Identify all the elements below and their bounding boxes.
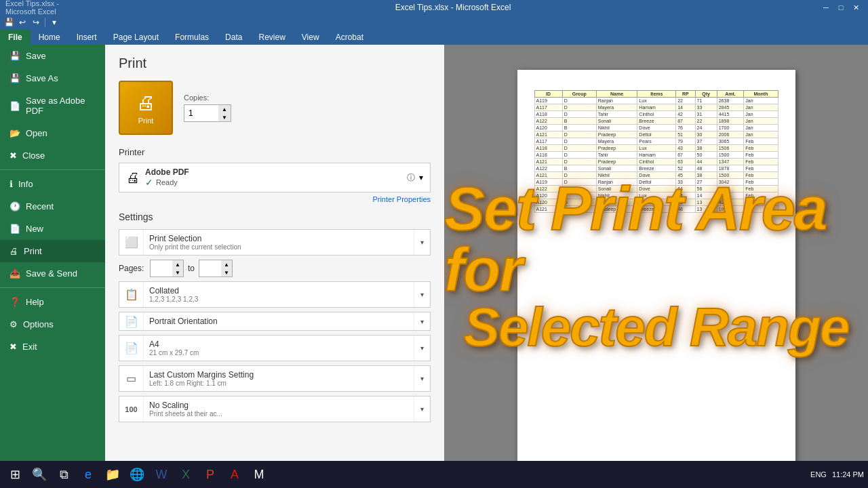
minimize-button[interactable]: ─ [819,2,833,13]
save-quick-btn[interactable]: 💾 [3,16,15,28]
sidebar-item-open[interactable]: 📂 Open [0,122,105,144]
sidebar-item-print[interactable]: 🖨 Print [0,240,105,262]
ppt-taskbar-btn[interactable]: P [199,464,221,485]
tab-data[interactable]: Data [217,30,250,45]
pages-to-spinner: ▲ ▼ [221,260,232,277]
undo-quick-btn[interactable]: ↩ [16,16,28,28]
scaling-arrow: ▾ [414,396,430,422]
tab-insert[interactable]: Insert [68,30,105,45]
margins-sub: Left: 1.8 cm Right: 1.1 cm [149,380,408,387]
sidebar-item-save-as[interactable]: 💾 Save As [0,67,105,89]
pages-label: Pages: [119,264,146,273]
pages-to-input[interactable] [199,262,221,274]
paper-dims-label: 21 cm x 29.7 cm [149,349,408,357]
exit-icon: ✖ [9,342,17,352]
tab-review[interactable]: Review [250,30,293,45]
backstage-sidebar: 💾 Save 💾 Save As 📄 Save as Adobe PDF 📂 O… [0,45,105,488]
pages-from-input[interactable] [151,262,172,274]
window-title: Excel Tips.xlsx - Microsoft Excel [87,3,819,12]
search-taskbar-btn[interactable]: 🔍 [28,464,50,485]
sidebar-item-options[interactable]: ⚙ Options [0,313,105,336]
tab-home[interactable]: Home [31,30,68,45]
margins-icon: ▭ [119,366,144,391]
ie-taskbar-btn[interactable]: e [77,464,99,485]
collated-setting[interactable]: 📋 Collated 1,2,3 1,2,3 1,2,3 ▾ [119,281,431,308]
print-preview-area: IDGroupNameItemsRPQtyAmt.Month A119DRanj… [444,45,868,488]
status-checkmark: ✓ [145,177,153,188]
margins-label: Last Custom Margins Setting [149,370,408,380]
printer-dropdown-arrow: ▾ [419,173,423,182]
printer-selector[interactable]: 🖨 Adobe PDF ✓ Ready ⓘ ▾ [119,163,431,192]
sidebar-label-recent: Recent [26,201,54,211]
sidebar-label-exit: Exit [22,342,37,352]
sidebar-label-help: Help [26,297,44,307]
print-selection-setting[interactable]: ⬜ Print Selection Only print the current… [119,229,431,256]
scaling-sub: Print sheets at their ac... [149,410,408,418]
collated-text: Collated 1,2,3 1,2,3 1,2,3 [144,282,414,307]
copies-up-btn[interactable]: ▲ [218,105,231,113]
maximize-button[interactable]: □ [834,2,848,13]
customize-quick-btn[interactable]: ▾ [48,16,60,28]
tab-acrobat[interactable]: Acrobat [328,30,372,45]
pages-to-wrap: ▲ ▼ [199,260,233,277]
sidebar-item-close[interactable]: ✖ Close [0,144,105,167]
sidebar-item-help[interactable]: ❓ Help [0,291,105,313]
print-big-button[interactable]: 🖨 Print [119,81,173,135]
start-button[interactable]: ⊞ [4,464,26,485]
word-taskbar-btn[interactable]: W [151,464,172,485]
qa-separator [45,18,45,27]
extra-taskbar-btn[interactable]: M [248,464,270,485]
print-selection-label: Print Selection [149,234,408,243]
pages-from-wrap: ▲ ▼ [150,260,184,277]
sidebar-label-save-as: Save As [26,73,58,83]
pages-to-down[interactable]: ▼ [221,268,232,277]
tab-formulas[interactable]: Formulas [167,30,217,45]
sidebar-item-save[interactable]: 💾 Save [0,45,105,67]
task-view-btn[interactable]: ⧉ [53,464,75,485]
redo-quick-btn[interactable]: ↪ [30,16,42,28]
sidebar-item-recent[interactable]: 🕐 Recent [0,195,105,218]
acrobat-taskbar-btn[interactable]: A [224,464,245,485]
sidebar-item-new[interactable]: 📄 New [0,218,105,240]
pages-to-up[interactable]: ▲ [221,260,232,268]
chrome-taskbar-btn[interactable]: 🌐 [126,464,148,485]
sidebar-item-exit[interactable]: ✖ Exit [0,336,105,358]
print-icon: 🖨 [9,246,18,256]
print-title: Print [119,56,431,71]
help-icon: ❓ [9,297,20,307]
print-button-row: 🖨 Print Copies: ▲ ▼ [119,81,431,135]
sidebar-item-info[interactable]: ℹ Info [0,173,105,195]
title-bar: Excel Tips.xlsx - Microsoft Excel Excel … [0,0,868,15]
print-selection-text: Print Selection Only print the current s… [144,230,414,255]
taskbar-clock: 11:24 PM [832,470,864,479]
paper-size-setting[interactable]: 📄 A4 21 cm x 29.7 cm ▾ [119,335,431,361]
printer-status-text: Ready [156,178,178,186]
print-selection-icon: ⬜ [119,230,144,255]
margins-setting[interactable]: ▭ Last Custom Margins Setting Left: 1.8 … [119,365,431,392]
tab-file[interactable]: File [0,30,31,45]
excel-taskbar-btn[interactable]: X [175,464,197,485]
orientation-setting[interactable]: 📄 Portrait Orientation ▾ [119,312,431,331]
paper-size-arrow: ▾ [414,336,430,361]
sidebar-label-save-send: Save & Send [26,268,77,279]
recent-icon: 🕐 [9,201,20,211]
copies-input[interactable] [184,106,218,120]
copies-down-btn[interactable]: ▼ [218,113,231,121]
close-button[interactable]: ✕ [849,2,863,13]
printer-info-icon[interactable]: ⓘ [407,172,415,184]
sidebar-item-save-send[interactable]: 📤 Save & Send [0,262,105,285]
tab-page-layout[interactable]: Page Layout [105,30,167,45]
scaling-icon: 100 [119,396,144,422]
sidebar-item-save-adobe[interactable]: 📄 Save as Adobe PDF [0,89,105,122]
pages-from-up[interactable]: ▲ [172,260,183,268]
folder-taskbar-btn[interactable]: 📁 [102,464,123,485]
print-selection-arrow: ▾ [414,230,430,255]
pages-row: Pages: ▲ ▼ to ▲ ▼ [119,260,431,277]
collated-label: Collated [149,286,408,296]
info-icon: ℹ [9,179,13,189]
tab-view[interactable]: View [294,30,328,45]
scaling-setting[interactable]: 100 No Scaling Print sheets at their ac.… [119,396,431,422]
printer-properties-link[interactable]: Printer Properties [119,195,431,203]
pages-from-down[interactable]: ▼ [172,268,183,277]
collated-icon: 📋 [119,282,144,307]
